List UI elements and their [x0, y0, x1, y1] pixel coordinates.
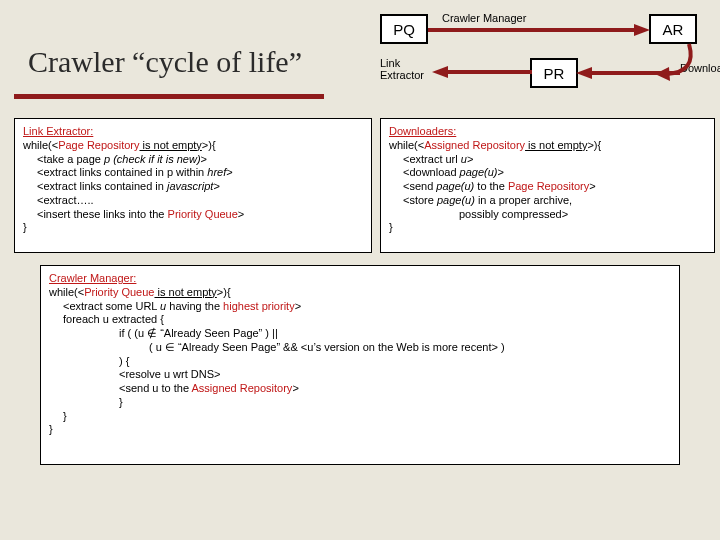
cm-close: } [49, 423, 53, 435]
dl-l5c: in a proper archive, [475, 194, 572, 206]
dl-close: } [389, 221, 393, 233]
dl-heading: Downloaders: [389, 125, 456, 137]
le-l2b: p (check if it is new) [104, 153, 201, 165]
le-close: } [23, 221, 27, 233]
dl-l2c: > [467, 153, 473, 165]
dl-l4a: <send [403, 180, 436, 192]
dl-l4b: page(u) [436, 180, 474, 192]
cm-l7: <resolve u wrt DNS> [49, 368, 671, 382]
dl-l1b: Assigned Repository [424, 139, 525, 151]
label-crawler-manager: Crawler Manager [442, 12, 526, 24]
dl-l4e: > [589, 180, 595, 192]
le-l4b: javascript [167, 180, 213, 192]
cm-l2a: <extract some URL [63, 300, 160, 312]
node-ar: AR [649, 14, 697, 44]
node-pq: PQ [380, 14, 428, 44]
cm-l1b: Priority Queue [84, 286, 154, 298]
node-pr: PR [530, 58, 578, 88]
dl-l4c: to the [474, 180, 508, 192]
svg-marker-1 [634, 24, 650, 36]
cm-l2e: > [295, 300, 301, 312]
page-title: Crawler “cycle of life” [28, 45, 302, 79]
dl-l1a: while(< [389, 139, 424, 151]
le-l2a: <take a page [37, 153, 104, 165]
label-downloaders: Downloaders [680, 62, 720, 74]
le-heading: Link Extractor: [23, 125, 93, 137]
dl-l5b: page(u) [437, 194, 475, 206]
le-l1c: is not empty [139, 139, 201, 151]
le-l6c: > [238, 208, 244, 220]
cm-l8c: > [292, 382, 298, 394]
cm-l5: ( u ∈ “Already Seen Page” && <u’s versio… [49, 341, 671, 355]
cm-l1a: while(< [49, 286, 84, 298]
dl-l3a: <download [403, 166, 460, 178]
le-l1b: Page Repository [58, 139, 139, 151]
svg-marker-6 [576, 67, 592, 79]
le-l3b: href [207, 166, 226, 178]
le-l6a: <insert these links into the [37, 208, 168, 220]
le-l4c: > [213, 180, 219, 192]
dl-l6: possibly compressed> [389, 208, 706, 222]
cm-l9: } [49, 396, 671, 410]
dl-l1c: is not empty [525, 139, 587, 151]
le-l3c: > [226, 166, 232, 178]
svg-marker-4 [655, 67, 670, 81]
cm-l2d: highest priority [223, 300, 295, 312]
cm-l4: if ( (u ∉ “Already Seen Page” ) || [49, 327, 671, 341]
le-l4a: <extract links contained in [37, 180, 167, 192]
cm-heading: Crawler Manager: [49, 272, 136, 284]
dl-l3c: > [498, 166, 504, 178]
cm-l1d: >){ [217, 286, 231, 298]
le-l2c: > [201, 153, 207, 165]
cm-l10: } [49, 410, 671, 424]
box-downloaders: Downloaders: while(<Assigned Repository … [380, 118, 715, 253]
arrow-downloaders-to-pr [576, 62, 680, 84]
cm-l3: foreach u extracted { [49, 313, 671, 327]
cm-l8b: Assigned Repository [191, 382, 292, 394]
cm-l8a: <send u to the [119, 382, 191, 394]
le-l5: <extract….. [23, 194, 363, 208]
label-link-part2: Extractor [380, 69, 424, 81]
le-l1a: while(< [23, 139, 58, 151]
label-link-part1: Link [380, 57, 400, 69]
dl-l1d: >){ [587, 139, 601, 151]
le-l1d: >){ [202, 139, 216, 151]
dl-l4d: Page Repository [508, 180, 589, 192]
box-crawler-manager: Crawler Manager: while(<Priority Queue i… [40, 265, 680, 465]
dl-l3b: page(u) [460, 166, 498, 178]
arrow-pq-to-ar [428, 22, 650, 38]
cm-l6: ) { [49, 355, 671, 369]
le-l6b: Priority Queue [168, 208, 238, 220]
box-link-extractor: Link Extractor: while(<Page Repository i… [14, 118, 372, 253]
dl-l5a: <store [403, 194, 437, 206]
svg-marker-3 [432, 66, 448, 78]
dl-l2a: <extract url [403, 153, 461, 165]
cm-l2c: having the [166, 300, 223, 312]
cm-l1c: is not empty [154, 286, 216, 298]
label-link-extractor: Link Extractor [380, 58, 430, 81]
arrow-pr-to-le [432, 62, 532, 82]
le-l3a: <extract links contained in p within [37, 166, 207, 178]
title-underline [14, 94, 324, 99]
